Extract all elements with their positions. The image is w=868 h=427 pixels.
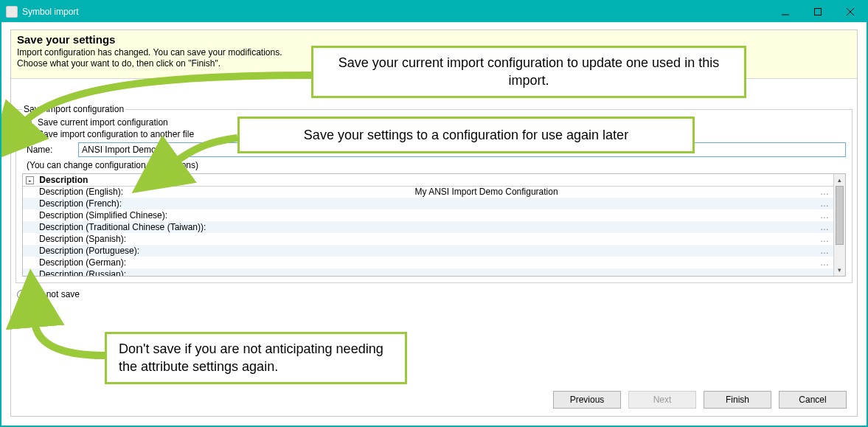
group-legend: Save import configuration [22,104,125,114]
collapse-icon[interactable]: - [26,176,34,184]
radio-save-current-label: Save current import configuration [38,117,168,128]
desc-row-label[interactable]: Description (Russian): [23,268,412,276]
callout-save-current: Save your current import configuration t… [311,46,746,98]
desc-row-label[interactable]: Description (English): [23,186,412,198]
close-button[interactable] [834,1,867,22]
radio-save-current[interactable] [22,118,32,128]
desc-row-label[interactable]: Description (Portuguese): [23,245,412,257]
name-label: Name: [27,145,71,155]
scroll-down-icon[interactable]: ▾ [834,264,845,276]
desc-row-label[interactable]: Description (Simplified Chinese): [23,209,412,221]
titlebar: Symbol import [1,1,867,22]
scroll-thumb[interactable] [836,186,844,245]
description-table: - Description Description (English): My … [22,173,846,277]
desc-row-value[interactable] [412,245,802,257]
previous-button[interactable]: Previous [553,391,621,409]
radio-do-not-save-row[interactable]: Do not save [17,289,853,299]
desc-row-value[interactable]: My ANSI Import Demo Configuration [412,186,802,198]
scroll-up-icon[interactable]: ▴ [834,174,845,186]
desc-row-label[interactable]: Description (French): [23,198,412,209]
desc-row-edit[interactable]: … [801,257,833,268]
desc-row-value[interactable] [412,257,802,268]
cancel-button[interactable]: Cancel [779,391,847,409]
next-button: Next [628,391,696,409]
desc-row-label[interactable]: Description (German): [23,257,412,268]
wizard-footer: Previous Next Finish Cancel [553,391,847,409]
radio-do-not-save-label: Do not save [32,289,80,299]
desc-row-edit[interactable]: … [801,209,833,221]
svg-rect-1 [815,9,822,15]
banner-heading: Save your settings [17,33,851,46]
callout-do-not-save: Don't save if you are not anticipating n… [105,332,407,384]
desc-row-edit[interactable]: … [801,186,833,198]
desc-row-edit[interactable]: … [801,245,833,257]
finish-button[interactable]: Finish [704,391,771,409]
desc-row-value[interactable] [412,221,802,233]
desc-row-label[interactable]: Description (Spanish): [23,233,412,245]
desc-row-value[interactable] [412,268,802,276]
desc-row-value[interactable] [412,233,802,245]
maximize-button[interactable] [802,1,834,22]
desc-row-label[interactable]: Description (Traditional Chinese (Taiwan… [23,221,412,233]
callout-save-another: Save your settings to a configuration fo… [237,117,695,153]
window-title: Symbol import [22,7,79,17]
desc-row-edit[interactable]: … [801,221,833,233]
desc-row-edit[interactable]: … [801,268,833,276]
desc-row-edit[interactable]: … [801,233,833,245]
desc-header-cell[interactable]: - Description [23,174,412,186]
radio-save-other[interactable] [22,130,32,139]
minimize-button[interactable] [769,1,802,22]
vertical-scrollbar[interactable]: ▴ ▾ [833,174,845,276]
radio-save-other-label: Save import configuration to another fil… [38,129,194,139]
symbol-import-window: Symbol import Save your settings Import … [0,0,868,427]
radio-do-not-save[interactable] [17,290,27,299]
desc-row-value[interactable] [412,209,802,221]
desc-row-value[interactable] [412,198,802,209]
desc-header-label: Description [39,175,88,185]
desc-hint: (You can change configuration descriptio… [27,160,846,170]
app-icon [6,6,18,18]
desc-row-edit[interactable]: … [801,198,833,209]
